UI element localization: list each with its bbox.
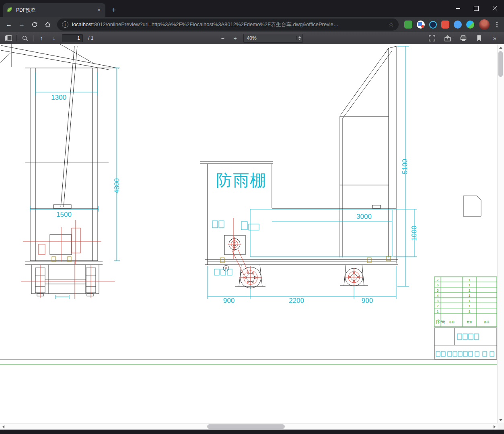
previous-page-button[interactable]: ↑ (37, 34, 46, 43)
home-icon (44, 21, 51, 28)
table-row-qty: 1 (468, 288, 470, 292)
table-row-no: 4 (436, 294, 438, 298)
dim-front-base-width: 1500 (56, 211, 72, 218)
forward-button[interactable]: → (16, 19, 27, 30)
navigation-bar: ← → i localhost:8012/onlinePreview?url=h… (0, 17, 504, 32)
tab-close-icon[interactable]: × (96, 7, 102, 13)
tab-title: PDF预览 (16, 7, 93, 14)
cad-front-view: 1300 4800 1500 (0, 44, 121, 299)
table-row-no: 6 (436, 283, 438, 287)
scroll-up-button[interactable] (498, 44, 504, 51)
profile-avatar[interactable] (479, 19, 490, 30)
table-header-name: 名称 (449, 321, 455, 324)
print-button[interactable] (459, 34, 468, 43)
zoom-level-value: 40% (247, 35, 296, 41)
browser-tab[interactable]: PDF预览 × (3, 3, 105, 17)
sidebar-toggle-button[interactable] (4, 34, 13, 43)
browser-menu-button[interactable] (493, 19, 501, 30)
dim-side-wheelbase: 2200 (289, 297, 304, 304)
table-header-qty: 数量 (467, 321, 472, 323)
reload-button[interactable] (29, 19, 40, 30)
minimize-icon (456, 8, 460, 9)
dim-side-box-length: 3000 (356, 213, 372, 220)
reload-icon (31, 21, 38, 28)
dim-front-height: 4800 (113, 178, 121, 193)
pdf-page-view: 1300 4800 1500 (0, 44, 504, 423)
url-path: :8012/onlinePreview?url=http%3A%2F%2Floc… (93, 21, 338, 27)
back-button[interactable]: ← (3, 19, 14, 30)
next-page-button[interactable]: ↓ (49, 34, 58, 43)
leaf-favicon-icon (6, 6, 13, 14)
select-spinner-icon (296, 36, 301, 40)
jpg-file-icon: JPG (462, 196, 481, 216)
cad-side-view: 防雨棚 3000 1000 5100 900 2200 900 (200, 46, 418, 304)
home-button[interactable] (42, 19, 53, 30)
table-row-no: 3 (436, 299, 438, 303)
presentation-mode-button[interactable] (428, 34, 436, 43)
minimize-button[interactable] (448, 0, 467, 17)
close-icon (492, 6, 497, 11)
extension-icon-3[interactable] (429, 21, 437, 29)
table-row-qty: 1 (468, 304, 470, 308)
page-number-input[interactable] (62, 34, 83, 42)
pdf-toolbar-left: ↑ ↓ / 1 (0, 34, 93, 43)
bookmark-icon (476, 35, 482, 41)
table-row-qty: 1 (468, 283, 470, 287)
bookmark-button[interactable] (475, 34, 483, 43)
horizontal-scrollbar[interactable] (0, 423, 498, 430)
search-icon (22, 35, 28, 41)
pdf-toolbar-center: − + 40% (218, 34, 303, 43)
extension-icon-6[interactable] (466, 21, 474, 29)
scroll-down-button[interactable] (498, 417, 504, 423)
open-file-button[interactable] (443, 34, 452, 43)
table-row-no: 2 (436, 304, 438, 308)
table-row-qty: 1 (468, 309, 470, 313)
maximize-icon (474, 6, 479, 11)
table-row-no: 1 (436, 309, 438, 313)
address-bar[interactable]: i localhost:8012/onlinePreview?url=http%… (57, 19, 399, 31)
new-tab-button[interactable]: + (109, 5, 119, 15)
dim-side-rear-overhang: 900 (362, 297, 373, 304)
page-total-label: / 1 (88, 35, 93, 41)
extension-icon-1[interactable] (404, 21, 412, 29)
scroll-right-button[interactable] (491, 424, 498, 430)
search-button[interactable] (21, 34, 29, 43)
table-row-qty: 1 (468, 294, 470, 298)
maximize-button[interactable] (467, 0, 485, 17)
open-file-icon (444, 35, 451, 41)
sidebar-toggle-icon (5, 35, 12, 41)
extension-icon-5[interactable] (454, 21, 462, 29)
url-text: localhost:8012/onlinePreview?url=http%3A… (72, 21, 385, 28)
extension-icon-2[interactable] (417, 21, 425, 29)
cad-drawing: 1300 4800 1500 (0, 44, 498, 423)
extension-icon-4[interactable] (441, 21, 449, 29)
title-block (434, 328, 497, 359)
vertical-scrollbar[interactable] (497, 44, 504, 423)
dim-side-box-height: 1000 (410, 226, 418, 241)
url-host: localhost (72, 21, 93, 27)
dim-front-top-width: 1300 (51, 94, 66, 101)
jpg-badge-label: JPG (465, 203, 476, 210)
bookmark-star-icon[interactable]: ☆ (389, 21, 394, 28)
pdf-toolbar: ↑ ↓ / 1 − + 40% » (0, 32, 504, 45)
table-row-qty: 1 (468, 278, 470, 282)
table-header-no: 序号 (436, 319, 445, 325)
table-header-note: 备注 (484, 320, 490, 324)
parts-table: 7 6 5 4 3 2 1 1 1 1 1 1 1 1 序号 名称 数量 备注 (434, 277, 497, 327)
vertical-scroll-thumb[interactable] (498, 51, 503, 77)
more-tools-button[interactable]: » (490, 34, 499, 43)
table-row-no: 7 (436, 278, 438, 282)
zoom-out-button[interactable]: − (218, 34, 227, 43)
canopy-label: 防雨棚 (216, 171, 267, 189)
sheet-border (0, 359, 498, 364)
scroll-left-button[interactable] (0, 424, 6, 430)
close-window-button[interactable] (485, 0, 504, 17)
pdf-toolbar-right: » (428, 34, 504, 43)
zoom-in-button[interactable]: + (231, 34, 240, 43)
fullscreen-icon (429, 35, 435, 41)
zoom-select[interactable]: 40% (243, 34, 303, 43)
dim-side-front-overhang: 900 (223, 297, 235, 304)
dim-side-total-height: 5100 (401, 159, 409, 174)
horizontal-scroll-thumb[interactable] (207, 424, 285, 429)
page-info-icon[interactable]: i (62, 21, 68, 28)
